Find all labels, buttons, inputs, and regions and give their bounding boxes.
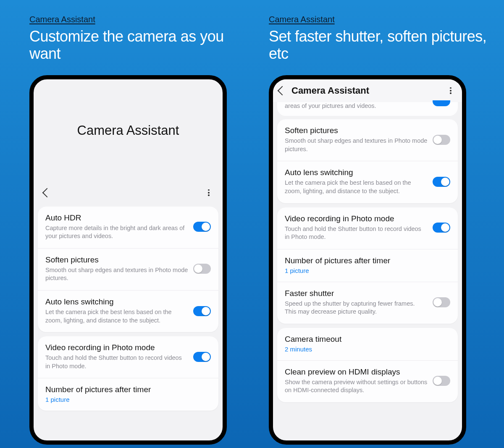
row-title: Video recording in Photo mode — [45, 343, 188, 352]
app-name-link[interactable]: Camera Assistant — [269, 15, 335, 24]
row-title: Camera timeout — [285, 335, 445, 344]
row-title: Soften pictures — [45, 255, 188, 265]
row-desc: Touch and hold the Shutter button to rec… — [45, 354, 188, 370]
promo-headline: Customize the camera as you want — [29, 28, 239, 63]
toolbar: Camera Assistant — [273, 79, 462, 102]
settings-card-c: Camera timeout 2 minutes Clean preview o… — [277, 328, 458, 402]
back-button[interactable] — [44, 189, 50, 196]
toggle-soften[interactable] — [193, 264, 211, 274]
row-desc: Speed up the shutter by capturing fewer … — [285, 300, 428, 316]
row-num-pics[interactable]: Number of pictures after timer 1 picture — [277, 249, 458, 282]
row-video-rec[interactable]: Video recording in Photo mode Touch and … — [38, 336, 218, 378]
page-title: Camera Assistant — [34, 79, 223, 182]
settings-card-a: Soften pictures Smooth out sharp edges a… — [277, 119, 458, 203]
more-button[interactable] — [447, 87, 454, 94]
row-clean-preview[interactable]: Clean preview on HDMI displays Show the … — [277, 360, 458, 402]
toolbar-title: Camera Assistant — [291, 85, 447, 96]
promo-panel-left: Camera Assistant Customize the camera as… — [29, 0, 239, 445]
row-title: Number of pictures after timer — [285, 256, 445, 265]
row-desc: Smooth out sharp edges and textures in P… — [45, 266, 188, 283]
row-num-pics[interactable]: Number of pictures after timer 1 picture — [38, 378, 218, 411]
settings-card-1: Auto HDR Capture more details in the bri… — [38, 207, 218, 332]
phone-frame-left: Camera Assistant Auto HDR Capture more d… — [29, 75, 227, 445]
toggle-soften[interactable] — [433, 135, 450, 145]
settings-card-2: Video recording in Photo mode Touch and … — [38, 336, 218, 411]
row-video-rec[interactable]: Video recording in Photo mode Touch and … — [277, 207, 458, 249]
row-auto-hdr[interactable]: Auto HDR Capture more details in the bri… — [38, 207, 218, 248]
promo-panel-right: Camera Assistant Set faster shutter, sof… — [269, 0, 487, 445]
row-title: Auto lens switching — [285, 168, 428, 177]
row-desc: Touch and hold the Shutter button to rec… — [285, 225, 428, 241]
row-desc: Smooth out sharp edges and textures in P… — [285, 137, 428, 153]
row-title: Video recording in Photo mode — [285, 214, 428, 223]
row-title: Number of pictures after timer — [45, 385, 206, 394]
row-faster-shutter[interactable]: Faster shutter Speed up the shutter by c… — [277, 282, 458, 324]
toggle-auto-lens[interactable] — [193, 306, 211, 316]
more-button[interactable] — [205, 189, 213, 196]
toggle-auto-lens[interactable] — [433, 177, 450, 187]
chevron-left-icon — [278, 86, 287, 95]
toggle-clean-preview[interactable] — [433, 376, 450, 386]
phone-frame-right: Camera Assistant areas of your pictures … — [269, 75, 466, 445]
row-desc: Let the camera pick the best lens based … — [285, 179, 428, 195]
chevron-left-icon — [42, 188, 52, 197]
row-title: Soften pictures — [285, 126, 428, 135]
row-camera-timeout[interactable]: Camera timeout 2 minutes — [277, 328, 458, 360]
settings-card-b: Video recording in Photo mode Touch and … — [277, 207, 458, 324]
row-auto-lens[interactable]: Auto lens switching Let the camera pick … — [38, 290, 218, 332]
back-button[interactable] — [279, 87, 286, 94]
row-soften[interactable]: Soften pictures Smooth out sharp edges a… — [277, 119, 458, 161]
row-title: Auto HDR — [45, 213, 188, 223]
row-clipped-auto-hdr[interactable]: areas of your pictures and videos. — [277, 102, 458, 116]
row-value: 1 picture — [285, 267, 445, 274]
row-desc: Capture more details in the bright and d… — [45, 224, 188, 241]
app-name-link[interactable]: Camera Assistant — [29, 15, 95, 24]
row-auto-lens[interactable]: Auto lens switching Let the camera pick … — [277, 161, 458, 203]
row-title: Clean preview on HDMI displays — [285, 367, 428, 377]
promo-headline: Set faster shutter, soften pictures, etc — [269, 28, 487, 63]
toggle-faster-shutter[interactable] — [433, 297, 450, 307]
row-desc: Show the camera preview without settings… — [285, 378, 428, 395]
row-title: Auto lens switching — [45, 297, 188, 307]
toggle-video-rec[interactable] — [433, 223, 450, 233]
row-title: Faster shutter — [285, 289, 428, 298]
row-desc: areas of your pictures and videos. — [285, 102, 428, 110]
row-soften[interactable]: Soften pictures Smooth out sharp edges a… — [38, 248, 218, 290]
toggle-video-rec[interactable] — [193, 352, 211, 362]
row-value: 2 minutes — [285, 346, 445, 353]
row-desc: Let the camera pick the best lens based … — [45, 308, 188, 325]
row-value: 1 picture — [45, 396, 206, 403]
toggle-auto-hdr[interactable] — [193, 222, 211, 232]
toggle-clipped[interactable] — [433, 100, 450, 106]
